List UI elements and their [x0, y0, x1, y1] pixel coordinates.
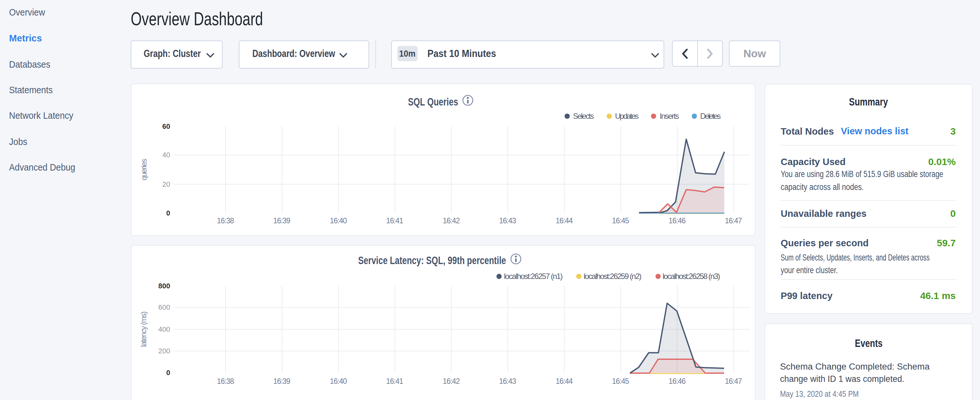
svg-text:20: 20	[162, 180, 170, 188]
svg-text:16:42: 16:42	[443, 377, 460, 386]
svg-text:Updates: Updates	[615, 112, 639, 120]
svg-text:16:45: 16:45	[612, 377, 629, 386]
svg-text:40: 40	[162, 151, 170, 159]
svg-text:200: 200	[158, 347, 170, 355]
svg-text:16:40: 16:40	[330, 377, 347, 386]
svg-text:16:43: 16:43	[499, 377, 516, 386]
svg-text:Deletes: Deletes	[700, 112, 721, 120]
svg-text:Selects: Selects	[573, 112, 594, 120]
svg-text:600: 600	[158, 303, 170, 311]
svg-text:16:46: 16:46	[669, 377, 686, 386]
svg-text:60: 60	[162, 122, 170, 131]
svg-text:16:41: 16:41	[386, 377, 404, 386]
svg-text:localhost:26259 (n2): localhost:26259 (n2)	[584, 272, 641, 280]
svg-text:0: 0	[166, 209, 170, 217]
svg-text:16:41: 16:41	[386, 217, 404, 225]
svg-text:16:42: 16:42	[443, 217, 460, 225]
svg-text:16:45: 16:45	[612, 217, 629, 225]
svg-text:16:44: 16:44	[556, 377, 573, 386]
svg-text:16:46: 16:46	[669, 217, 686, 225]
svg-text:400: 400	[158, 325, 170, 333]
svg-text:16:39: 16:39	[274, 377, 291, 386]
svg-text:16:47: 16:47	[725, 377, 742, 386]
svg-text:queries: queries	[140, 159, 148, 180]
svg-text:localhost:26257 (n1): localhost:26257 (n1)	[504, 272, 563, 280]
svg-text:localhost:26258 (n3): localhost:26258 (n3)	[663, 272, 720, 280]
svg-text:16:38: 16:38	[217, 377, 234, 386]
svg-text:SQL Queries: SQL Queries	[408, 96, 458, 108]
svg-text:Inserts: Inserts	[660, 112, 679, 120]
svg-text:Service Latency: SQL, 99th per: Service Latency: SQL, 99th percentile	[358, 254, 506, 266]
svg-text:16:38: 16:38	[217, 217, 234, 225]
svg-text:0: 0	[166, 369, 170, 377]
svg-text:16:43: 16:43	[499, 217, 516, 225]
svg-text:16:44: 16:44	[556, 217, 573, 225]
svg-text:16:47: 16:47	[725, 217, 742, 225]
svg-text:16:40: 16:40	[330, 217, 347, 225]
svg-text:latency (ms): latency (ms)	[139, 311, 148, 347]
svg-text:800: 800	[158, 282, 170, 290]
svg-text:16:39: 16:39	[274, 217, 291, 225]
